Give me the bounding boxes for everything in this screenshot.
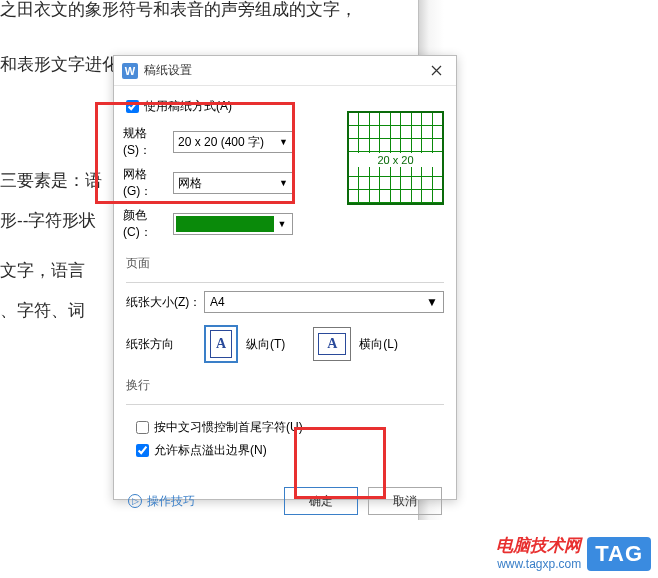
portrait-icon: A [204,325,238,363]
chevron-down-icon: ▼ [274,219,290,229]
page-section-title: 页面 [126,255,444,272]
landscape-label: 横向(L) [359,336,398,353]
spec-value: 20 x 20 (400 字) [178,134,264,151]
paper-size-select[interactable]: A4 ▼ [204,291,444,313]
close-icon [431,65,442,76]
app-icon: W [122,63,138,79]
use-grid-checkbox[interactable] [126,100,139,113]
watermark-url: www.tagxp.com [496,557,581,571]
grid-label: 网格(G)： [123,166,173,200]
info-icon: ▷ [128,494,142,508]
wrap-overflow-checkbox[interactable] [136,444,149,457]
spec-label: 规格(S)： [123,125,173,159]
watermark-cn: 电脑技术网 [496,534,581,557]
chevron-down-icon: ▼ [279,178,288,188]
cancel-button[interactable]: 取消 [368,487,442,515]
grid-preview-label: 20 x 20 [349,153,442,167]
orientation-label: 纸张方向 [126,336,204,353]
paper-size-label: 纸张大小(Z)： [126,294,204,311]
dialog-title: 稿纸设置 [144,62,424,79]
wrap-cjk-row[interactable]: 按中文习惯控制首尾字符(U) [136,419,444,436]
landscape-icon: A [313,327,351,361]
bg-text-5: 文字，语言 [0,258,85,284]
wrap-overflow-label: 允许标点溢出边界(N) [154,442,267,459]
chevron-down-icon: ▼ [279,137,288,147]
color-swatch [176,216,274,232]
watermark: 电脑技术网 www.tagxp.com TAG [496,534,651,571]
wrap-section-title: 换行 [126,377,444,394]
color-label: 颜色(C)： [123,207,173,241]
wrap-cjk-checkbox[interactable] [136,421,149,434]
bg-text-6: 、字符、词 [0,298,85,324]
use-grid-label: 使用稿纸方式(A) [144,98,232,115]
grid-preview: 20 x 20 [347,111,444,205]
grid-value: 网格 [178,175,202,192]
bg-text-1: 之田衣文的象形符号和表音的声旁组成的文字， [0,0,357,23]
titlebar: W 稿纸设置 [114,56,456,86]
orientation-landscape[interactable]: A 横向(L) [313,327,398,361]
spec-select[interactable]: 20 x 20 (400 字) ▼ [173,131,293,153]
ok-button[interactable]: 确定 [284,487,358,515]
color-select[interactable]: ▼ [173,213,293,235]
grid-select[interactable]: 网格 ▼ [173,172,293,194]
wrap-cjk-label: 按中文习惯控制首尾字符(U) [154,419,303,436]
chevron-down-icon: ▼ [426,295,438,309]
tips-link[interactable]: ▷ 操作技巧 [128,493,195,510]
close-button[interactable] [424,59,448,83]
tips-label: 操作技巧 [147,493,195,510]
grid-settings-dialog: W 稿纸设置 使用稿纸方式(A) 规格(S)： 20 x 20 (400 字) … [113,55,457,500]
orientation-portrait[interactable]: A 纵向(T) [204,325,285,363]
wrap-overflow-row[interactable]: 允许标点溢出边界(N) [136,442,444,459]
portrait-label: 纵向(T) [246,336,285,353]
tag-badge: TAG [587,537,651,571]
bg-text-3: 三要素是：语 [0,168,102,194]
bg-text-4: 形--字符形状 [0,208,96,234]
paper-size-value: A4 [210,295,225,309]
